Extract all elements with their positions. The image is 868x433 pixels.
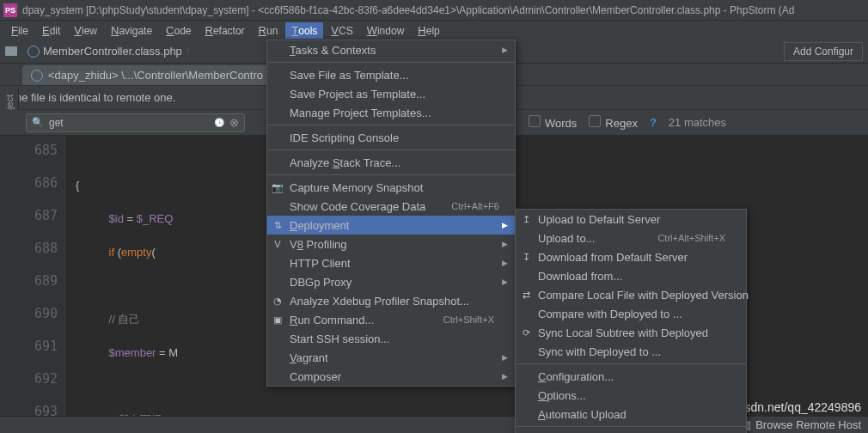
menu-item[interactable]: Save File as Template... bbox=[267, 65, 515, 84]
gutter: 685686687688689690691692693694695 bbox=[0, 136, 65, 416]
breadcrumb-file: MemberController.class.php bbox=[43, 45, 182, 58]
menu-item[interactable]: Composer▶ bbox=[267, 367, 515, 386]
line-number: 688 bbox=[34, 241, 58, 256]
search-icon: 🔍 bbox=[32, 117, 44, 128]
chevron-right-icon: 〉 bbox=[186, 46, 194, 58]
menu-file[interactable]: File bbox=[5, 22, 34, 39]
menu-item[interactable]: ▣Run Command...Ctrl+Shift+X bbox=[267, 310, 515, 329]
menu-item[interactable]: Configuration... bbox=[516, 367, 746, 386]
words-checkbox[interactable]: Words bbox=[529, 115, 577, 130]
match-count: 21 matches bbox=[669, 116, 726, 129]
line-number: 690 bbox=[34, 306, 58, 321]
menu-view[interactable]: View bbox=[68, 22, 103, 39]
menu-item: ⇄Compare Local File with Deployed Versio… bbox=[516, 285, 746, 304]
menu-item[interactable]: Vagrant▶ bbox=[267, 348, 515, 367]
menu-bar: FileEditViewNavigateCodeRefactorRunTools… bbox=[0, 21, 868, 40]
menu-item[interactable]: 📷Capture Memory Snapshot bbox=[267, 178, 515, 197]
menu-item[interactable]: Compare with Deployed to ... bbox=[516, 304, 746, 323]
history-icon[interactable]: 🕓 bbox=[214, 118, 224, 127]
menu-item[interactable]: DBGp Proxy▶ bbox=[267, 272, 515, 291]
menu-item[interactable]: Sync with Deployed to ... bbox=[516, 342, 746, 361]
menu-tools[interactable]: Tools bbox=[285, 22, 323, 39]
deployment-submenu: ↥Upload to Default ServerUpload to...Ctr… bbox=[515, 209, 747, 433]
menu-item: ⟳Sync Local Subtree with Deployed bbox=[516, 323, 746, 342]
php-file-icon bbox=[31, 70, 43, 82]
menu-help[interactable]: Help bbox=[412, 22, 445, 39]
line-number: 692 bbox=[34, 371, 58, 387]
menu-item: ↧Download from Default Server bbox=[516, 247, 746, 266]
tab-label: <dapy_zhidu> \...\Controller\MemberContr… bbox=[48, 69, 263, 82]
menu-item[interactable]: IDE Scripting Console bbox=[267, 128, 515, 147]
line-number: 686 bbox=[34, 175, 58, 191]
menu-refactor[interactable]: Refactor bbox=[199, 22, 251, 39]
php-file-icon bbox=[28, 46, 40, 58]
menu-item[interactable]: ⇅Deployment▶ bbox=[267, 216, 515, 235]
line-number: 685 bbox=[34, 143, 58, 158]
menu-item[interactable]: ◔Analyze Xdebug Profiler Snapshot... bbox=[267, 291, 515, 310]
menu-item[interactable]: Download from... bbox=[516, 266, 746, 285]
line-number: 689 bbox=[34, 273, 58, 289]
line-number: 691 bbox=[34, 338, 58, 354]
menu-item[interactable]: Save Project as Template... bbox=[267, 84, 515, 103]
menu-item[interactable]: VV8 Profiling▶ bbox=[267, 235, 515, 253]
menu-item[interactable]: Automatic Upload bbox=[516, 405, 746, 424]
app-icon: PS bbox=[3, 3, 17, 17]
menu-run[interactable]: Run bbox=[253, 22, 284, 39]
menu-vcs[interactable]: VCS bbox=[325, 22, 358, 39]
menu-item[interactable]: Tasks & Contexts▶ bbox=[267, 40, 515, 59]
menu-window[interactable]: Window bbox=[361, 22, 411, 39]
search-input[interactable]: 🔍 get 🕓 ⊗ bbox=[26, 113, 245, 132]
menu-item: ↥Upload to Default Server bbox=[516, 210, 746, 229]
status-browse-remote[interactable]: ▥ Browse Remote Host bbox=[741, 418, 861, 431]
menu-navigate[interactable]: Navigate bbox=[105, 22, 158, 39]
menu-code[interactable]: Code bbox=[160, 22, 197, 39]
line-number: 687 bbox=[34, 208, 58, 223]
menu-item[interactable]: HTTP Client▶ bbox=[267, 253, 515, 272]
menu-item[interactable]: Upload to...Ctrl+Alt+Shift+X bbox=[516, 229, 746, 247]
menu-item[interactable]: Start SSH session... bbox=[267, 329, 515, 348]
menu-edit[interactable]: Edit bbox=[36, 22, 66, 39]
clear-icon[interactable]: ⊗ bbox=[229, 116, 239, 129]
menu-item[interactable]: Show Code Coverage DataCtrl+Alt+F6 bbox=[267, 197, 515, 216]
menu-item[interactable]: Manage Project Templates... bbox=[267, 103, 515, 122]
tools-menu: Tasks & Contexts▶Save File as Template..… bbox=[266, 40, 516, 387]
window-title: dpay_system [D:\phpStudy\student\dpay_sy… bbox=[22, 4, 794, 16]
info-text: The file is identical to remote one. bbox=[9, 91, 175, 104]
tab-file[interactable]: <dapy_zhidu> \...\Controller\MemberContr… bbox=[22, 65, 272, 85]
menu-item[interactable]: ▥Browse Remote Host bbox=[516, 430, 746, 433]
add-configuration-button[interactable]: Add Configur bbox=[784, 42, 863, 61]
menu-item[interactable]: Analyze Stack Trace... bbox=[267, 153, 515, 172]
regex-checkbox[interactable]: Regex bbox=[589, 115, 638, 130]
help-icon[interactable]: ? bbox=[650, 116, 657, 129]
breadcrumb[interactable]: MemberController.class.php 〉 bbox=[22, 43, 199, 59]
menu-item[interactable]: Options... bbox=[516, 386, 746, 405]
folder-icon bbox=[5, 46, 17, 56]
title-bar: PS dpay_system [D:\phpStudy\student\dpay… bbox=[0, 0, 868, 21]
search-value: get bbox=[49, 117, 209, 129]
